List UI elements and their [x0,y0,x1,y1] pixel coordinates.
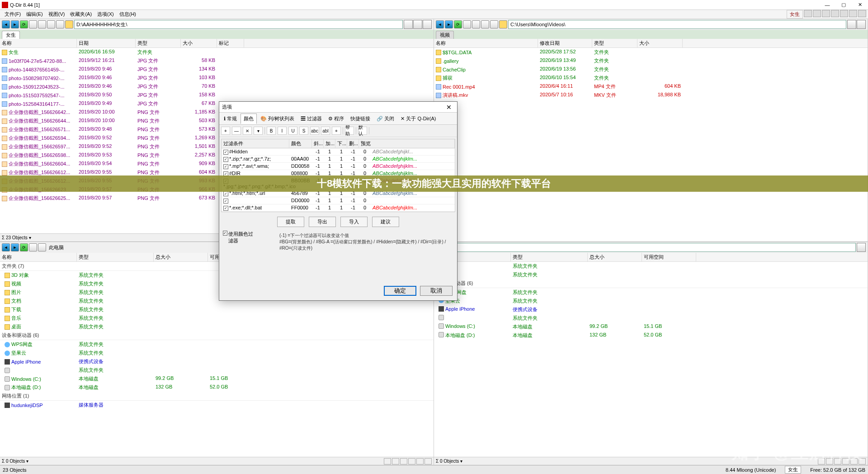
list-item[interactable]: 坚果云系统文件夹 [0,349,434,357]
nav-button[interactable] [490,20,498,28]
dialog-action-button[interactable]: 提取 [277,217,304,227]
forward-button[interactable]: ► [11,20,19,28]
footer-tab[interactable]: 女生 [785,466,801,474]
list-item[interactable]: 坚果云系统文件夹 [434,297,868,305]
dialog-tab[interactable]: ☰ 过滤器 [298,114,325,123]
status-button[interactable] [416,458,424,465]
refresh-button[interactable]: ⟳ [20,20,28,28]
filter-row[interactable]: ✓DD0000-111-10 [222,197,455,204]
list-item[interactable]: Apple iPhone便携式设备 [434,305,868,314]
maximize-button[interactable]: ▢ [837,1,850,9]
path-input[interactable]: D:\AAHHHHHHH\女生\ [74,20,403,29]
nav-button[interactable] [38,20,46,28]
filter-row[interactable]: ✓#Hidden-111-10ABCabcdefghijkl... [222,148,455,156]
nav-button[interactable] [29,20,37,28]
list-item[interactable]: photo-1515037592547-...2019/8/20 9:50JPG… [0,91,434,100]
list-item[interactable]: photo-1448376561459-...2019/8/20 9:46JPG… [0,65,434,74]
toolbar-button[interactable]: U [288,127,297,135]
toolbar-button[interactable]: ▾ [254,127,263,135]
back-button[interactable]: ◄ [2,243,10,251]
nav-button[interactable] [47,20,55,28]
view-button[interactable] [413,20,422,29]
list-item[interactable]: 音乐系统文件夹 [434,262,868,270]
filter-row[interactable]: ✓*.mp*;*.avi;*.wma;DD0058-111-10ABCabcde… [222,163,455,170]
toolbar-button[interactable]: + [332,127,341,135]
list-item[interactable]: WPS网盘系统文件夹 [434,288,868,297]
layout-button[interactable] [822,10,830,17]
dialog-action-button[interactable]: 导入 [340,217,368,227]
list-item[interactable]: 本地磁盘 (D:)本地磁盘132 GB52.0 GB [0,383,434,392]
nav-button[interactable] [56,20,64,28]
list-item[interactable]: Rec 0001.mp42020/6/4 16:11MP4 文件604 KB [434,82,868,91]
list-item[interactable]: 系统文件夹 [434,314,868,322]
layout-button[interactable] [813,10,821,17]
dialog-tab[interactable]: ✕ 关于 Q-Dir(A) [398,114,439,123]
menu-favorites[interactable]: 收藏夹(A) [67,10,94,19]
toolbar-button[interactable]: I [278,127,287,135]
status-button[interactable] [842,458,849,465]
layout-button[interactable] [849,10,857,17]
dialog-action-button[interactable]: 导出 [309,217,336,227]
status-button[interactable] [400,458,407,465]
list-item[interactable]: .gallery2020/6/19 13:49文件夹 [434,57,868,65]
filter-row[interactable]: ✓*.exe;*.dll;*.batFF0000-111-10ABCabcdef… [222,204,455,212]
pane-tab[interactable]: 视频 [436,31,454,39]
list-item[interactable]: Windows (C:)本地磁盘99.2 GB15.1 GB [0,374,434,383]
status-button[interactable] [384,458,391,465]
view-button[interactable] [847,20,856,29]
top-right-tab[interactable]: 女生 [787,10,803,19]
list-item[interactable]: 系统文件夹 [0,366,434,374]
computer-icon[interactable] [38,243,46,251]
nav-button[interactable] [481,20,489,28]
back-button[interactable]: ◄ [436,20,444,28]
view-button[interactable] [404,20,413,29]
ok-button[interactable]: 确定 [384,286,416,296]
list-item[interactable]: 下载系统文件夹 [0,305,434,314]
checkbox[interactable]: ✓ [223,231,227,236]
layout-button[interactable] [804,10,812,17]
status-button[interactable] [392,458,399,465]
toolbar-button[interactable]: — [232,127,241,135]
toolbar-button[interactable]: 帮助 [345,127,354,135]
file-list[interactable]: 名称修改日期类型大小$$TGL.DATA2020/5/28 17:52文件夹.g… [434,39,868,242]
menu-file[interactable]: 文件(F) [2,10,24,19]
group-header[interactable]: 网络位置 (1) [0,392,434,401]
cancel-button[interactable]: 取消 [420,286,453,296]
nav-button[interactable] [29,243,37,251]
list-item[interactable]: 女生2020/6/16 16:59文件夹 [0,48,434,57]
view-button[interactable] [423,20,432,29]
status-button[interactable] [425,458,432,465]
refresh-button[interactable]: ⟳ [454,20,462,28]
list-item[interactable]: Windows (C:)本地磁盘99.2 GB15.1 GB [434,322,868,331]
toolbar-button[interactable]: 默认 [358,127,367,135]
refresh-button[interactable]: ⟳ [20,243,28,251]
toolbar-button[interactable]: + [221,127,230,135]
folder-icon[interactable] [499,20,507,28]
list-item[interactable]: 演讲稿.mkv2020/5/7 10:16MKV 文件18,988 KB [434,91,868,100]
layout-button[interactable] [831,10,839,17]
toolbar-button[interactable]: abl [321,127,330,135]
menu-view[interactable]: 视图(V) [46,10,68,19]
list-item[interactable]: WPS网盘系统文件夹 [0,340,434,349]
list-item[interactable]: Apple iPhone便携式设备 [0,357,434,366]
view-button[interactable] [857,243,866,252]
view-button[interactable] [857,20,866,29]
dialog-tab[interactable]: 🔗 关闭 [374,114,397,123]
group-header[interactable]: 设备和驱动器 (6) [434,279,868,288]
dialog-tab[interactable]: 颜色 [241,114,257,124]
minimize-button[interactable]: — [821,1,834,9]
list-item[interactable]: photo-1508298707492-...2019/8/20 9:46JPG… [0,74,434,82]
dialog-action-button[interactable]: 建议 [372,217,399,227]
pane-tab[interactable]: 女生 [2,31,20,39]
forward-button[interactable]: ► [11,243,19,251]
menu-info[interactable]: 信息(H) [117,10,139,19]
list-item[interactable]: hudunkejiDSP媒体服务器 [0,401,434,409]
path-input[interactable]: C:\Users\Mloong\Videos\ [508,20,846,29]
list-item[interactable]: 捕获2020/6/10 15:54文件夹 [434,74,868,82]
status-button[interactable] [826,458,833,465]
toolbar-button[interactable]: ✕ [243,127,252,135]
close-button[interactable]: ✕ [854,1,866,9]
back-button[interactable]: ◄ [2,20,10,28]
folder-icon[interactable] [65,20,73,28]
list-item[interactable]: 本地磁盘 (D:)本地磁盘132 GB52.0 GB [434,331,868,340]
